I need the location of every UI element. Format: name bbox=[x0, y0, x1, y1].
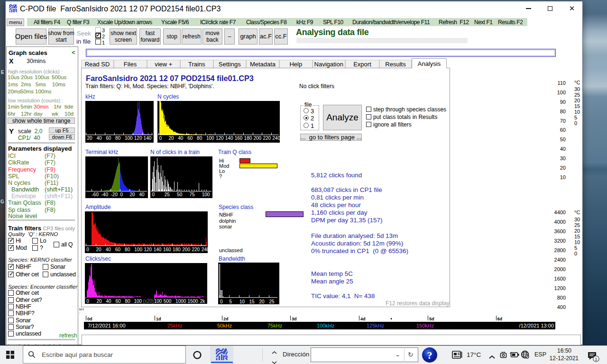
svg-text:1: 1 bbox=[595, 357, 597, 362]
svg-text:60: 60 bbox=[116, 299, 121, 304]
svg-text:100: 100 bbox=[134, 299, 142, 304]
svg-text:100: 100 bbox=[202, 192, 210, 197]
svg-text:80: 80 bbox=[115, 136, 121, 141]
svg-text:60: 60 bbox=[106, 136, 111, 141]
svg-text:240: 240 bbox=[272, 136, 280, 141]
svg-text:20: 20 bbox=[259, 299, 265, 304]
svg-text:80: 80 bbox=[125, 299, 131, 304]
svg-text:40: 40 bbox=[106, 299, 112, 304]
svg-text:140: 140 bbox=[225, 136, 233, 141]
svg-text:75: 75 bbox=[189, 192, 195, 197]
svg-text:0: 0 bbox=[152, 192, 155, 197]
svg-text:1500: 1500 bbox=[187, 299, 198, 304]
svg-text:180: 180 bbox=[244, 136, 252, 141]
svg-text:0: 0 bbox=[159, 136, 162, 141]
svg-text:5: 5 bbox=[230, 299, 232, 304]
svg-text:25: 25 bbox=[269, 299, 275, 304]
svg-text:100: 100 bbox=[154, 299, 162, 304]
svg-text:20: 20 bbox=[96, 299, 102, 304]
svg-text:180: 180 bbox=[173, 247, 181, 252]
svg-text:20: 20 bbox=[96, 247, 102, 252]
svg-text:(x20): (x20) bbox=[143, 299, 154, 304]
svg-text:500: 500 bbox=[164, 299, 172, 304]
svg-text:0: 0 bbox=[220, 299, 223, 304]
svg-text:40: 40 bbox=[178, 136, 184, 141]
svg-text:-20: -20 bbox=[111, 192, 118, 197]
svg-text:160: 160 bbox=[163, 247, 171, 252]
svg-text:80: 80 bbox=[125, 247, 130, 252]
svg-text:240: 240 bbox=[202, 247, 208, 252]
svg-text:0: 0 bbox=[120, 192, 123, 197]
svg-text:60: 60 bbox=[187, 136, 193, 141]
svg-text:50: 50 bbox=[177, 192, 183, 197]
svg-text:40: 40 bbox=[106, 247, 111, 252]
svg-text:20: 20 bbox=[87, 136, 93, 141]
svg-text:100: 100 bbox=[125, 136, 133, 141]
svg-text:160: 160 bbox=[235, 136, 243, 141]
svg-text:200: 200 bbox=[254, 136, 262, 141]
svg-text:-40: -40 bbox=[101, 192, 109, 197]
svg-text:100: 100 bbox=[206, 136, 214, 141]
svg-text:-60: -60 bbox=[92, 192, 99, 197]
svg-text:15: 15 bbox=[249, 299, 255, 304]
svg-text:120: 120 bbox=[216, 136, 224, 141]
svg-text:?: ? bbox=[427, 349, 432, 361]
svg-text:0: 0 bbox=[86, 299, 89, 304]
svg-text:60: 60 bbox=[115, 247, 121, 252]
svg-text:2k: 2k bbox=[200, 299, 206, 304]
svg-text:25: 25 bbox=[165, 192, 170, 197]
svg-text:10: 10 bbox=[239, 299, 245, 304]
svg-text:40: 40 bbox=[139, 192, 145, 197]
svg-text:140: 140 bbox=[144, 136, 152, 141]
svg-text:100: 100 bbox=[134, 247, 142, 252]
svg-text:0: 0 bbox=[86, 247, 89, 252]
svg-text:80: 80 bbox=[197, 136, 202, 141]
svg-text:40: 40 bbox=[96, 136, 102, 141]
svg-text:140: 140 bbox=[154, 247, 162, 252]
svg-text:20: 20 bbox=[168, 136, 174, 141]
svg-text:120: 120 bbox=[134, 136, 142, 141]
svg-text:20: 20 bbox=[130, 192, 136, 197]
svg-text:220: 220 bbox=[263, 136, 271, 141]
svg-text:1000: 1000 bbox=[175, 299, 186, 304]
svg-text:220: 220 bbox=[192, 247, 200, 252]
svg-text:120: 120 bbox=[144, 247, 152, 252]
svg-text:200: 200 bbox=[182, 247, 190, 252]
